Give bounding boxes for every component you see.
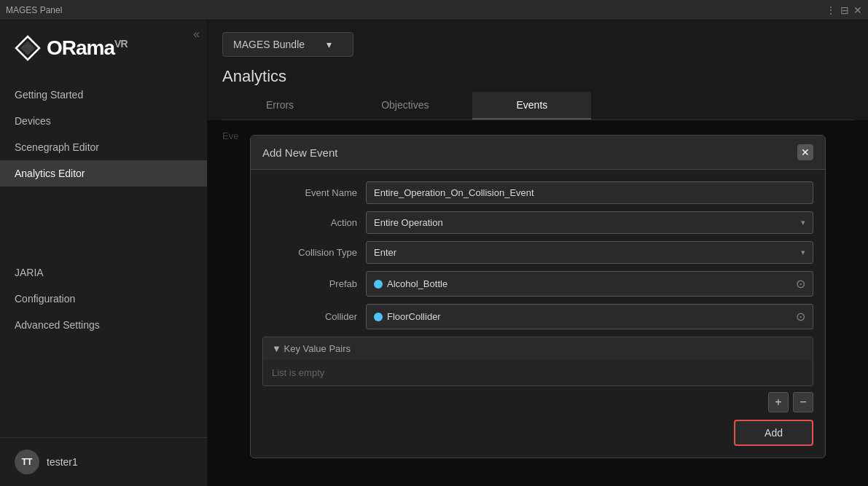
kvp-remove-button[interactable]: − <box>793 392 813 412</box>
prefab-label: Prefab <box>262 278 357 289</box>
action-row: Action Entire Operation ▾ <box>262 211 813 234</box>
prefab-field[interactable]: Alcohol_Bottle ⊙ <box>366 271 813 297</box>
prefab-row: Prefab Alcohol_Bottle ⊙ <box>262 271 813 297</box>
logo-text: ORamaVR <box>47 36 128 60</box>
tab-objectives[interactable]: Objectives <box>337 92 472 119</box>
menu-icon[interactable]: ⋮ <box>826 4 836 16</box>
kvp-controls: + − <box>262 392 813 412</box>
prefab-picker-icon[interactable]: ⊙ <box>796 277 805 291</box>
kvp-empty-text: List is empty <box>263 360 813 385</box>
username-label: tester1 <box>47 456 78 468</box>
svg-marker-1 <box>20 41 35 55</box>
modal-title: Add New Event <box>262 146 337 159</box>
sidebar-item-advanced-settings[interactable]: Advanced Settings <box>0 312 207 338</box>
titlebar-controls: ⋮ ⊟ ✕ <box>826 4 862 16</box>
sidebar: « ORamaVR Getting Started Devices Sceneg… <box>0 20 208 486</box>
sidebar-item-devices[interactable]: Devices <box>0 108 207 134</box>
sidebar-item-analytics-editor[interactable]: Analytics Editor <box>0 160 207 187</box>
main-content: MAGES Bundle ▾ Analytics Errors Objectiv… <box>208 20 868 486</box>
main-layout: « ORamaVR Getting Started Devices Sceneg… <box>0 20 868 486</box>
collider-row: Collider FloorCollider ⊙ <box>262 304 813 329</box>
kvp-header: ▼ Key Value Pairs <box>263 337 813 360</box>
collider-picker-icon[interactable]: ⊙ <box>796 310 805 324</box>
page-title: Analytics <box>208 57 868 86</box>
titlebar-title: MAGES Panel <box>6 5 62 15</box>
sidebar-item-getting-started[interactable]: Getting Started <box>0 82 207 108</box>
sidebar-item-configuration[interactable]: Configuration <box>0 286 207 312</box>
tabs-bar: Errors Objectives Events <box>222 92 853 120</box>
bundle-dropdown[interactable]: MAGES Bundle ▾ <box>222 32 353 57</box>
event-name-input[interactable] <box>366 181 813 204</box>
collision-type-row: Collision Type Enter ▾ <box>262 241 813 264</box>
event-name-label: Event Name <box>262 187 357 198</box>
add-button-row: Add <box>262 420 813 446</box>
modal-header: Add New Event ✕ <box>251 136 825 170</box>
sidebar-user: TT tester1 <box>0 437 207 486</box>
collision-type-select[interactable]: Enter ▾ <box>366 241 813 264</box>
tab-errors[interactable]: Errors <box>222 92 337 119</box>
key-value-pairs-section: ▼ Key Value Pairs List is empty <box>262 337 813 386</box>
collision-type-arrow-icon: ▾ <box>801 248 805 257</box>
collider-field[interactable]: FloorCollider ⊙ <box>366 304 813 329</box>
sidebar-collapse-button[interactable]: « <box>193 28 200 41</box>
bundle-selector: MAGES Bundle ▾ <box>222 32 853 57</box>
collision-type-label: Collision Type <box>262 247 357 258</box>
logo-diamond-icon <box>15 35 41 61</box>
modal-overlay: Add New Event ✕ Event Name Action <box>208 120 868 486</box>
event-name-row: Event Name <box>262 181 813 204</box>
minimize-icon[interactable]: ⊟ <box>840 4 849 16</box>
sidebar-item-scenegraph-editor[interactable]: Scenegraph Editor <box>0 134 207 160</box>
action-label: Action <box>262 217 357 228</box>
main-header: MAGES Bundle ▾ <box>208 20 868 57</box>
sidebar-item-jaria[interactable]: JARIA <box>0 259 207 286</box>
modal-body: Event Name Action Entire Operation ▾ <box>251 170 825 458</box>
action-select-arrow-icon: ▾ <box>801 218 805 227</box>
kvp-add-button[interactable]: + <box>768 392 789 412</box>
logo: ORamaVR <box>0 20 207 73</box>
add-event-button[interactable]: Add <box>734 420 813 446</box>
add-event-modal: Add New Event ✕ Event Name Action <box>250 135 826 458</box>
content-area: Eve Add New Event ✕ Event Name <box>208 120 868 486</box>
collider-value-container: FloorCollider <box>374 311 441 322</box>
avatar: TT <box>15 450 39 474</box>
titlebar: MAGES Panel ⋮ ⊟ ✕ <box>0 0 868 20</box>
tab-events[interactable]: Events <box>472 92 591 119</box>
collider-label: Collider <box>262 311 357 322</box>
prefab-value-container: Alcohol_Bottle <box>374 278 447 289</box>
action-select[interactable]: Entire Operation ▾ <box>366 211 813 234</box>
prefab-icon <box>374 280 383 289</box>
sidebar-navigation: Getting Started Devices Scenegraph Edito… <box>0 73 207 437</box>
close-icon[interactable]: ✕ <box>853 4 862 16</box>
modal-close-button[interactable]: ✕ <box>797 144 813 160</box>
collider-icon <box>374 313 383 321</box>
